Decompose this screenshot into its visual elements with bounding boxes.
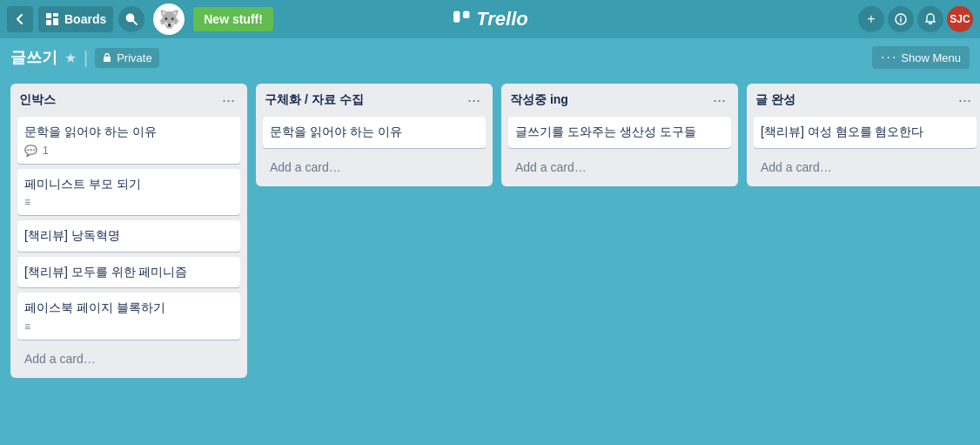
svg-rect-0 (46, 13, 51, 18)
boards-button[interactable]: Boards (38, 6, 113, 32)
svg-rect-7 (463, 11, 469, 18)
svg-rect-2 (46, 20, 51, 25)
board-title: 글쓰기 (10, 47, 57, 68)
add-card-button-writing[interactable]: Add a card… (508, 155, 731, 179)
back-button[interactable] (7, 6, 33, 32)
list-inbox: 인박스···문학을 읽어야 하는 이유💬1페미니스트 부모 되기≡[책리뷰] 낭… (10, 84, 247, 378)
card[interactable]: [책리뷰] 모두를 위한 페미니즘 (17, 257, 240, 288)
svg-rect-11 (104, 57, 111, 62)
new-stuff-button[interactable]: New stuff! (193, 7, 273, 31)
trello-logo: Trello (452, 8, 528, 30)
svg-point-10 (900, 16, 902, 17)
list-title-konkrete: 구체화 / 자료 수집 (265, 92, 364, 108)
board-header: 글쓰기 ★ | Private ··· Show Menu (0, 38, 980, 77)
list-menu-button-konkrete[interactable]: ··· (464, 91, 484, 110)
card-title: [책리뷰] 낭독혁명 (24, 227, 233, 245)
nav-right-actions: + SJC (858, 6, 973, 32)
list-menu-button-done[interactable]: ··· (955, 91, 975, 110)
svg-rect-1 (53, 13, 58, 17)
list-title-inbox: 인박스 (19, 92, 56, 108)
card[interactable]: 페이스북 페이지 블록하기≡ (17, 293, 240, 340)
list-header: 구체화 / 자료 수집··· (263, 91, 486, 110)
card[interactable]: 페미니스트 부모 되기≡ (17, 169, 240, 216)
list-header: 인박스··· (17, 91, 240, 110)
mascot-avatar: 🐺 (153, 3, 185, 35)
show-menu-button[interactable]: ··· Show Menu (872, 46, 970, 69)
card-title: [책리뷰] 여성 혐오를 혐오한다 (761, 124, 970, 141)
star-button[interactable]: ★ (64, 50, 77, 66)
card[interactable]: [책리뷰] 낭독혁명 (17, 220, 240, 252)
user-avatar[interactable]: SJC (947, 6, 973, 32)
show-menu-label: Show Menu (901, 51, 961, 64)
board-content: 인박스···문학을 읽어야 하는 이유💬1페미니스트 부모 되기≡[책리뷰] 낭… (0, 77, 980, 385)
card-meta: ≡ (24, 320, 233, 333)
list-konkrete: 구체화 / 자료 수집···문학을 읽어야 하는 이유Add a card… (256, 84, 493, 186)
private-label: Private (117, 51, 151, 64)
notifications-button[interactable] (917, 6, 943, 32)
card-meta-text: 1 (43, 145, 49, 157)
card-meta-icon: ≡ (24, 196, 30, 208)
card-title: 페미니스트 부모 되기 (24, 176, 233, 193)
list-menu-button-inbox[interactable]: ··· (218, 91, 238, 110)
list-done: 글 완성···[책리뷰] 여성 혐오를 혐오한다Add a card… (747, 84, 980, 186)
card-title: 글쓰기를 도와주는 생산성 도구들 (515, 124, 724, 141)
card-title: 문학을 읽어야 하는 이유 (270, 124, 479, 141)
top-navigation: Boards 🐺 New stuff! Trello + SJC (0, 0, 980, 38)
card-meta-icon: 💬 (24, 145, 37, 157)
add-card-button-konkrete[interactable]: Add a card… (263, 155, 486, 179)
add-card-button-done[interactable]: Add a card… (754, 155, 977, 179)
svg-rect-3 (53, 18, 58, 25)
private-badge: Private (95, 48, 158, 68)
list-header: 글 완성··· (754, 91, 977, 110)
card-title: [책리뷰] 모두를 위한 페미니즘 (24, 264, 233, 281)
card-title: 문학을 읽어야 하는 이유 (24, 124, 233, 141)
divider: | (84, 48, 88, 68)
list-menu-button-writing[interactable]: ··· (709, 91, 729, 110)
boards-label: Boards (64, 12, 106, 26)
card[interactable]: 문학을 읽어야 하는 이유💬1 (17, 117, 240, 164)
svg-rect-6 (453, 11, 460, 23)
card-meta: 💬1 (24, 145, 233, 157)
card-meta: ≡ (24, 196, 233, 208)
card[interactable]: 문학을 읽어야 하는 이유 (263, 117, 486, 148)
svg-line-5 (133, 21, 138, 25)
list-header: 작성중 ing··· (508, 91, 731, 110)
list-title-done: 글 완성 (755, 92, 795, 108)
add-button[interactable]: + (858, 6, 884, 32)
card-meta-icon: ≡ (24, 320, 30, 333)
card[interactable]: 글쓰기를 도와주는 생산성 도구들 (508, 117, 731, 148)
card[interactable]: [책리뷰] 여성 혐오를 혐오한다 (754, 117, 977, 148)
search-button[interactable] (118, 6, 144, 32)
info-button[interactable] (888, 6, 914, 32)
card-title: 페이스북 페이지 블록하기 (24, 300, 233, 317)
add-card-button-inbox[interactable]: Add a card… (17, 347, 240, 371)
list-writing: 작성중 ing···글쓰기를 도와주는 생산성 도구들Add a card… (501, 84, 738, 186)
list-title-writing: 작성중 ing (510, 92, 568, 108)
